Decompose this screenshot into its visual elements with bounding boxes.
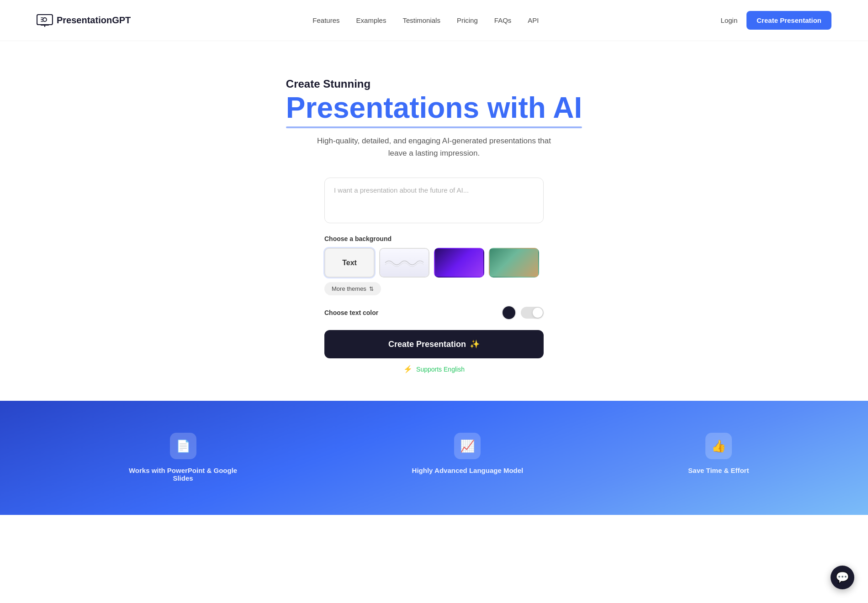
hero-title: Create Stunning Presentations with AI (286, 78, 582, 126)
nav-links: Features Examples Testimonials Pricing F… (312, 16, 539, 25)
nav-testimonials[interactable]: Testimonials (402, 16, 440, 24)
login-button[interactable]: Login (721, 16, 738, 24)
logo-text: PresentationGPT (57, 15, 131, 26)
svg-point-3 (43, 18, 47, 21)
text-color-row: Choose text color (324, 305, 544, 320)
nav-examples[interactable]: Examples (356, 16, 386, 24)
bg-green-option[interactable] (489, 248, 539, 278)
thumbsup-icon: 👍 (711, 439, 726, 453)
feature-card-2: 📈 Highly Advanced Language Model (412, 433, 524, 474)
create-presentation-button[interactable]: Create Presentation ✨ (324, 330, 544, 358)
color-toggle-container (502, 305, 544, 320)
bg-purple-option[interactable] (434, 248, 484, 278)
feature-icon-2: 📈 (454, 433, 481, 459)
bg-text-option[interactable]: Text (324, 248, 375, 278)
topic-input[interactable] (324, 178, 544, 223)
color-circle-dark (502, 305, 516, 320)
color-toggle[interactable] (521, 307, 544, 319)
toggle-thumb (533, 308, 543, 318)
text-color-label: Choose text color (324, 309, 378, 316)
bg-label: Choose a background (324, 235, 544, 242)
navbar: PresentationGPT Features Examples Testim… (0, 0, 868, 41)
create-btn-label: Create Presentation (388, 340, 466, 349)
bottom-section: 📄 Works with PowerPoint & Google Slides … (0, 401, 868, 515)
feature-label-2: Highly Advanced Language Model (412, 467, 524, 474)
hero-subtitle: High-quality, detailed, and engaging AI-… (315, 135, 553, 159)
background-options: Text (324, 248, 544, 278)
logo-icon (37, 14, 53, 27)
more-themes-button[interactable]: More themes ⇅ (324, 282, 381, 295)
form-area: Choose a background Text More themes ⇅ (324, 178, 544, 373)
supports-row: ⚡ Supports English (324, 365, 544, 373)
logo[interactable]: PresentationGPT (37, 14, 131, 27)
white-bg-inner (380, 249, 429, 277)
nav-features[interactable]: Features (312, 16, 339, 24)
document-icon: 📄 (176, 439, 191, 453)
feature-label-1: Works with PowerPoint & Google Slides (119, 467, 247, 482)
feature-label-3: Save Time & Effort (688, 467, 749, 474)
nav-actions: Login Create Presentation (721, 11, 831, 30)
sparkle-icon: ✨ (470, 339, 480, 349)
nav-api[interactable]: API (528, 16, 539, 24)
hero-section: Create Stunning Presentations with AI Hi… (0, 41, 868, 401)
feature-icon-1: 📄 (170, 433, 196, 459)
svg-rect-0 (37, 15, 53, 25)
create-presentation-nav-button[interactable]: Create Presentation (746, 11, 831, 30)
feature-icon-3: 👍 (705, 433, 732, 459)
bg-white-option[interactable] (379, 248, 429, 278)
more-themes-label: More themes (332, 285, 366, 292)
hero-title-ai: Presentations with AI (286, 90, 582, 126)
chevron-icon: ⇅ (369, 286, 374, 292)
language-icon: ⚡ (403, 365, 413, 373)
nav-pricing[interactable]: Pricing (457, 16, 478, 24)
hero-title-line1: Create Stunning (286, 78, 370, 90)
wave-svg (385, 257, 424, 268)
feature-card-3: 👍 Save Time & Effort (688, 433, 749, 474)
hero-title-line2: Presentations with AI (286, 90, 582, 126)
supports-label: Supports English (416, 366, 465, 373)
nav-faqs[interactable]: FAQs (494, 16, 512, 24)
feature-card-1: 📄 Works with PowerPoint & Google Slides (119, 433, 247, 482)
chart-icon: 📈 (460, 439, 475, 453)
